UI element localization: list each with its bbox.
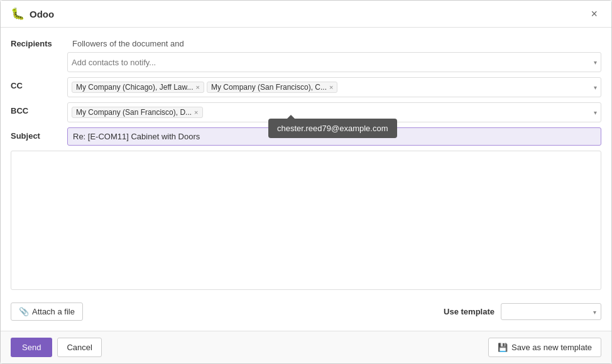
odoo-bug-icon: 🐛 xyxy=(11,7,25,21)
template-section: Use template ▾ xyxy=(444,303,601,320)
bcc-tag-1-label: My Company (San Francisco), D... xyxy=(76,108,192,117)
bcc-field: My Company (San Francisco), D... × ▾ che… xyxy=(67,102,601,122)
save-icon: 💾 xyxy=(498,343,508,352)
close-button[interactable]: × xyxy=(587,7,601,21)
subject-label: Subject xyxy=(11,127,67,141)
cc-tag-field[interactable]: My Company (Chicago), Jeff Law... × My C… xyxy=(67,77,601,97)
cc-tag-1-label: My Company (Chicago), Jeff Law... xyxy=(76,83,194,92)
message-body-area[interactable] xyxy=(11,151,601,290)
cc-row: CC My Company (Chicago), Jeff Law... × M… xyxy=(11,77,601,97)
attach-file-label: Attach a file xyxy=(32,307,75,316)
save-template-label: Save as new template xyxy=(511,343,592,352)
paperclip-icon: 📎 xyxy=(19,307,29,316)
template-select-wrapper: ▾ xyxy=(501,303,601,320)
bcc-label: BCC xyxy=(11,102,67,115)
recipients-row: Recipients Followers of the document and… xyxy=(11,35,601,72)
cc-tag-2: My Company (San Francisco), C... × xyxy=(207,82,338,93)
bcc-row: BCC My Company (San Francisco), D... × ▾… xyxy=(11,102,601,122)
recipients-label: Recipients xyxy=(11,35,67,48)
save-template-button[interactable]: 💾 Save as new template xyxy=(488,338,601,357)
dialog-header: 🐛 Odoo × xyxy=(1,1,611,28)
add-contacts-field[interactable]: ▾ xyxy=(67,52,601,72)
template-select[interactable] xyxy=(501,303,601,320)
dialog-footer: Send Cancel 💾 Save as new template xyxy=(1,331,611,363)
cc-label: CC xyxy=(11,77,67,90)
app-title: Odoo xyxy=(30,9,54,19)
add-contacts-input[interactable] xyxy=(72,58,197,67)
bcc-tag-1-remove[interactable]: × xyxy=(194,109,198,116)
cc-field: My Company (Chicago), Jeff Law... × My C… xyxy=(67,77,601,97)
email-tooltip: chester.reed79@example.com xyxy=(268,119,397,138)
dialog-body: Recipients Followers of the document and… xyxy=(1,28,611,331)
use-template-label: Use template xyxy=(444,307,495,316)
attach-file-button[interactable]: 📎 Attach a file xyxy=(11,302,83,321)
cc-tag-1-remove[interactable]: × xyxy=(196,84,200,91)
send-button[interactable]: Send xyxy=(11,338,52,357)
bcc-dropdown-arrow: ▾ xyxy=(594,109,597,116)
compose-actions-row: 📎 Attach a file Use template ▾ xyxy=(11,297,601,323)
cancel-button[interactable]: Cancel xyxy=(57,338,101,357)
recipients-field: Followers of the document and ▾ xyxy=(67,35,601,72)
recipients-dropdown-arrow: ▾ xyxy=(594,59,597,66)
footer-left-actions: Send Cancel xyxy=(11,338,102,357)
cc-tag-2-remove[interactable]: × xyxy=(329,84,333,91)
cc-tag-2-label: My Company (San Francisco), C... xyxy=(211,83,327,92)
recipients-value: Followers of the document and xyxy=(67,35,601,52)
cc-tag-1: My Company (Chicago), Jeff Law... × xyxy=(72,82,204,93)
tooltip-email: chester.reed79@example.com xyxy=(277,124,388,133)
bcc-tag-1: My Company (San Francisco), D... × xyxy=(72,107,203,118)
compose-dialog: 🐛 Odoo × Recipients Followers of the doc… xyxy=(0,0,612,364)
dialog-title: 🐛 Odoo xyxy=(11,7,54,21)
cc-dropdown-arrow: ▾ xyxy=(594,84,597,91)
